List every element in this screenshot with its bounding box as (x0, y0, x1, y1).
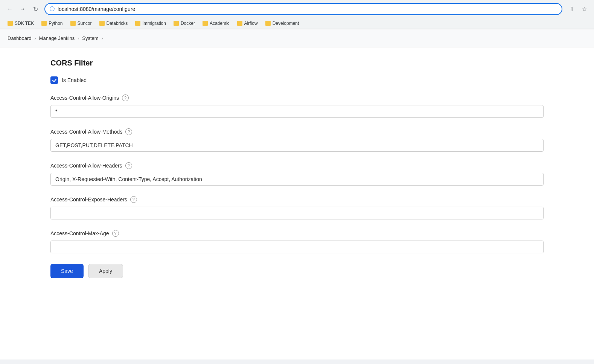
bookmark-label: SDK TEK (15, 21, 34, 26)
allow-headers-label: Access-Control-Allow-Headers (50, 163, 122, 169)
max-age-input[interactable] (50, 241, 544, 253)
bookmark-airflow[interactable]: Airflow (234, 20, 261, 27)
bookmark-folder-icon (70, 21, 76, 26)
reload-button[interactable]: ↻ (30, 4, 41, 14)
bookmark-folder-icon (135, 21, 140, 26)
bookmark-label: Airflow (244, 21, 258, 26)
allow-headers-input[interactable] (50, 173, 544, 186)
expose-headers-help-icon[interactable]: ? (130, 196, 137, 203)
bookmark-python[interactable]: Python (38, 20, 65, 27)
bookmark-folder-icon (265, 21, 271, 26)
share-button[interactable]: ⇧ (566, 4, 577, 14)
allow-methods-label: Access-Control-Allow-Methods (50, 129, 122, 135)
bookmark-databricks[interactable]: Databricks (96, 20, 131, 27)
bookmark-docker[interactable]: Docker (171, 20, 198, 27)
max-age-label: Access-Control-Max-Age (50, 230, 109, 236)
allow-methods-label-row: Access-Control-Allow-Methods ? (50, 128, 544, 135)
allow-origins-input[interactable] (50, 105, 544, 118)
expose-headers-group: Access-Control-Expose-Headers ? (50, 196, 544, 219)
bookmark-immigration[interactable]: Immigration (132, 20, 169, 27)
expose-headers-input[interactable] (50, 207, 544, 219)
bookmark-sdk-tek[interactable]: SDK TEK (5, 20, 37, 27)
allow-origins-label: Access-Control-Allow-Origins (50, 95, 119, 101)
breadcrumb-sep-2: › (78, 36, 79, 41)
max-age-help-icon[interactable]: ? (112, 230, 119, 237)
allow-methods-input[interactable] (50, 139, 544, 152)
is-enabled-checkbox[interactable] (50, 76, 58, 84)
back-button[interactable]: ← (5, 4, 15, 14)
bookmark-folder-icon (237, 21, 242, 26)
max-age-label-row: Access-Control-Max-Age ? (50, 230, 544, 237)
breadcrumb-sep-3: › (102, 36, 103, 41)
bookmark-folder-icon (203, 21, 208, 26)
allow-headers-label-row: Access-Control-Allow-Headers ? (50, 162, 544, 169)
save-button[interactable]: Save (50, 264, 84, 278)
allow-methods-group: Access-Control-Allow-Methods ? (50, 128, 544, 152)
section-title: CORS Filter (50, 59, 544, 67)
bookmark-folder-icon (99, 21, 105, 26)
expose-headers-label: Access-Control-Expose-Headers (50, 196, 127, 203)
address-bar-container: ⓘ (44, 3, 562, 15)
browser-chrome: ← → ↻ ⓘ ⇧ ☆ SDK TEK Python Suncor Databr… (0, 0, 594, 29)
allow-methods-help-icon[interactable]: ? (125, 128, 132, 135)
bookmark-label: Python (49, 21, 62, 26)
allow-origins-group: Access-Control-Allow-Origins ? (50, 94, 544, 118)
bookmark-suncor[interactable]: Suncor (67, 20, 95, 27)
breadcrumb-manage-jenkins[interactable]: Manage Jenkins (39, 35, 75, 41)
allow-headers-group: Access-Control-Allow-Headers ? (50, 162, 544, 186)
button-row: Save Apply (50, 264, 544, 278)
bookmark-folder-icon (8, 21, 13, 26)
allow-headers-help-icon[interactable]: ? (125, 162, 132, 169)
forward-button[interactable]: → (17, 4, 28, 14)
bookmark-label: Immigration (142, 21, 166, 26)
bookmark-folder-icon (41, 21, 47, 26)
browser-actions: ⇧ ☆ (566, 4, 589, 14)
breadcrumb-sep-1: › (35, 36, 36, 41)
bookmark-academic[interactable]: Academic (200, 20, 233, 27)
bookmark-label: Suncor (78, 21, 92, 26)
bookmark-label: Academic (210, 21, 230, 26)
bookmark-label: Docker (181, 21, 195, 26)
bookmark-development[interactable]: Development (262, 20, 302, 27)
main-form-area: CORS Filter Is Enabled Access-Control-Al… (0, 47, 594, 289)
breadcrumb: Dashboard › Manage Jenkins › System › (0, 29, 594, 47)
lock-icon: ⓘ (50, 6, 55, 12)
bookmarks-bar: SDK TEK Python Suncor Databricks Immigra… (0, 18, 594, 29)
expose-headers-label-row: Access-Control-Expose-Headers ? (50, 196, 544, 203)
checkmark-icon (52, 78, 57, 83)
page-content: Dashboard › Manage Jenkins › System › CO… (0, 29, 594, 359)
is-enabled-label: Is Enabled (62, 77, 87, 83)
bookmark-button[interactable]: ☆ (579, 4, 589, 14)
allow-origins-label-row: Access-Control-Allow-Origins ? (50, 94, 544, 101)
bookmark-label: Development (273, 21, 299, 26)
breadcrumb-system[interactable]: System (82, 35, 98, 41)
nav-buttons: ← → ↻ (5, 4, 41, 14)
is-enabled-group: Is Enabled (50, 76, 544, 84)
address-bar-input[interactable] (58, 6, 557, 12)
apply-button[interactable]: Apply (88, 264, 123, 278)
allow-origins-help-icon[interactable]: ? (122, 94, 129, 101)
bookmark-folder-icon (174, 21, 179, 26)
bookmark-label: Databricks (107, 21, 128, 26)
max-age-group: Access-Control-Max-Age ? (50, 230, 544, 253)
breadcrumb-dashboard[interactable]: Dashboard (8, 35, 32, 41)
browser-toolbar: ← → ↻ ⓘ ⇧ ☆ (0, 0, 594, 18)
